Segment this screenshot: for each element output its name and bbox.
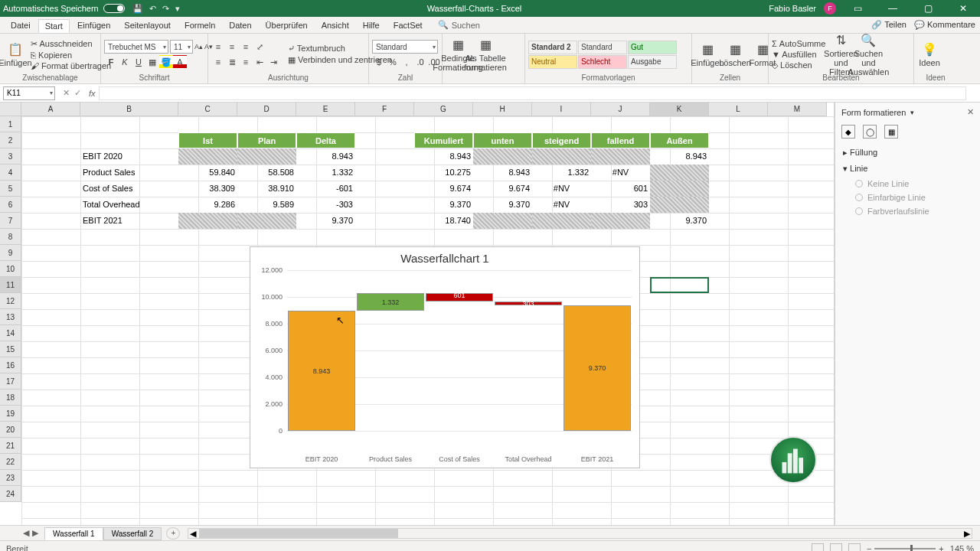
align-left-icon[interactable]: ≡ — [211, 55, 225, 69]
zoom-slider[interactable]: −+ — [867, 544, 944, 552]
cut-button[interactable]: ✂ Ausschneiden — [31, 39, 111, 49]
share-button[interactable]: 🔗 Teilen — [871, 20, 906, 30]
tab-daten[interactable]: Daten — [223, 19, 257, 31]
add-sheet-button[interactable]: + — [166, 527, 180, 540]
col-header[interactable]: C — [178, 103, 237, 116]
cell-G5[interactable]: 9.674 — [414, 181, 473, 197]
style-ausgabe[interactable]: Ausgabe — [628, 55, 677, 69]
row-header[interactable]: 11 — [0, 277, 21, 293]
tab-factset[interactable]: FactSet — [387, 19, 429, 31]
cell-D2[interactable]: Plan — [237, 132, 296, 148]
col-header[interactable]: A — [21, 103, 80, 116]
view-layout-icon[interactable] — [830, 543, 842, 552]
insert-cells-button[interactable]: ▦Einfügen — [695, 37, 720, 71]
cell-E5[interactable]: -601 — [296, 181, 355, 197]
italic-button[interactable]: K — [118, 55, 132, 69]
ideas-button[interactable]: 💡Ideen — [917, 37, 942, 71]
zoom-level[interactable]: 145 % — [950, 544, 974, 552]
cell-E2[interactable]: Delta — [296, 132, 355, 148]
row-header[interactable]: 8 — [0, 229, 21, 245]
as-table-button[interactable]: ▦Als Tabelle formatieren — [473, 37, 498, 71]
cell-H6[interactable]: 9.370 — [473, 197, 532, 213]
col-header[interactable]: D — [237, 103, 296, 116]
cell-C4[interactable]: 59.840 — [178, 165, 237, 181]
row-header[interactable]: 22 — [0, 454, 21, 470]
sheet-tab-2[interactable]: Wasserfall 2 — [103, 527, 162, 540]
indent-dec-icon[interactable]: ⇤ — [253, 55, 266, 69]
tab-ansicht[interactable]: Ansicht — [315, 19, 355, 31]
undo-icon[interactable]: ↶ — [149, 4, 156, 14]
save-icon[interactable]: 💾 — [132, 4, 143, 14]
increase-font-icon[interactable]: A▴ — [194, 43, 203, 51]
row-header[interactable]: 12 — [0, 293, 21, 309]
cell-B3[interactable]: EBIT 2020 — [80, 148, 178, 165]
col-header[interactable]: G — [414, 103, 473, 116]
section-line[interactable]: ▾ Linie — [843, 161, 972, 177]
redo-icon[interactable]: ↷ — [162, 4, 169, 14]
cell-K6[interactable] — [650, 197, 709, 213]
pane-dropdown-icon[interactable]: ▾ — [910, 109, 914, 116]
style-standard2[interactable]: Standard 2 — [528, 41, 577, 54]
tab-datei[interactable]: Datei — [5, 19, 37, 31]
row-header[interactable]: 5 — [0, 181, 21, 197]
row-header[interactable]: 2 — [0, 132, 21, 148]
fill-line-icon[interactable]: ◆ — [841, 125, 855, 139]
row-header[interactable]: 4 — [0, 165, 21, 181]
worksheet[interactable]: ABCDEFGHIJKLM 12345678910111213141516171… — [0, 103, 835, 525]
cell-H4[interactable]: 8.943 — [473, 165, 532, 181]
cell-J5[interactable]: 601 — [591, 181, 650, 197]
cell-H7[interactable] — [473, 213, 532, 229]
row-header[interactable]: 24 — [0, 486, 21, 502]
tab-hilfe[interactable]: Hilfe — [357, 19, 386, 31]
row-header[interactable]: 3 — [0, 148, 21, 165]
row-header[interactable]: 9 — [0, 245, 21, 261]
qat-more-icon[interactable]: ▾ — [175, 4, 180, 14]
cell-E3[interactable]: 8.943 — [296, 148, 355, 165]
tab-nav-prev[interactable]: ◀ — [23, 528, 29, 538]
cell-J4[interactable]: #NV — [591, 165, 650, 181]
cell-J7[interactable] — [591, 213, 650, 229]
clear-button[interactable]: ◇ Löschen — [772, 60, 825, 70]
inc-dec-icon[interactable]: .0 — [413, 55, 427, 69]
row-header[interactable]: 23 — [0, 470, 21, 486]
cell-D5[interactable]: 38.910 — [237, 181, 296, 197]
row-header[interactable]: 15 — [0, 341, 21, 357]
row-header[interactable]: 14 — [0, 325, 21, 341]
cell-K5[interactable] — [650, 181, 709, 197]
tab-start[interactable]: Start — [38, 19, 70, 33]
tab-nav-next[interactable]: ▶ — [32, 528, 38, 538]
row-header[interactable]: 20 — [0, 422, 21, 438]
comma-icon[interactable]: , — [400, 55, 413, 69]
align-bot-icon[interactable]: ≡ — [239, 40, 253, 54]
fill-button[interactable]: ▼ Ausfüllen — [772, 50, 825, 59]
cell-I2[interactable]: steigend — [532, 132, 591, 148]
cell-J3[interactable] — [591, 148, 650, 165]
cell-I6[interactable]: #NV — [532, 197, 591, 213]
cell-K3[interactable]: 8.943 — [650, 148, 709, 165]
percent-icon[interactable]: % — [386, 55, 400, 69]
align-right-icon[interactable]: ≡ — [239, 55, 253, 69]
cell-G4[interactable]: 10.275 — [414, 165, 473, 181]
opt-gradient-line[interactable]: Farbverlaufslinie — [843, 204, 972, 218]
fx-icon[interactable]: fx — [89, 89, 96, 98]
cell-K7[interactable]: 9.370 — [650, 213, 709, 229]
formula-input[interactable] — [99, 86, 966, 100]
cell-B7[interactable]: EBIT 2021 — [80, 213, 178, 229]
cell-H2[interactable]: unten — [473, 132, 532, 148]
col-header[interactable]: B — [80, 103, 178, 116]
style-standard[interactable]: Standard — [578, 41, 627, 54]
row-header[interactable]: 1 — [0, 116, 21, 132]
size-icon[interactable]: ▦ — [884, 125, 898, 139]
user-name[interactable]: Fabio Basler — [769, 4, 816, 13]
cell-K4[interactable] — [650, 165, 709, 181]
waterfall-chart[interactable]: Wasserfallchart 102.0004.0006.0008.00010… — [250, 246, 640, 468]
toggle-switch[interactable] — [103, 4, 125, 13]
delete-cells-button[interactable]: ▦Löschen — [723, 37, 747, 71]
cell-D6[interactable]: 9.589 — [237, 197, 296, 213]
cell-G7[interactable]: 18.740 — [414, 213, 473, 229]
cell-D4[interactable]: 58.508 — [237, 165, 296, 181]
cell-E6[interactable]: -303 — [296, 197, 355, 213]
indent-inc-icon[interactable]: ⇥ — [266, 55, 280, 69]
select-all-corner[interactable] — [0, 103, 21, 116]
pane-close-icon[interactable]: ✕ — [967, 107, 974, 117]
